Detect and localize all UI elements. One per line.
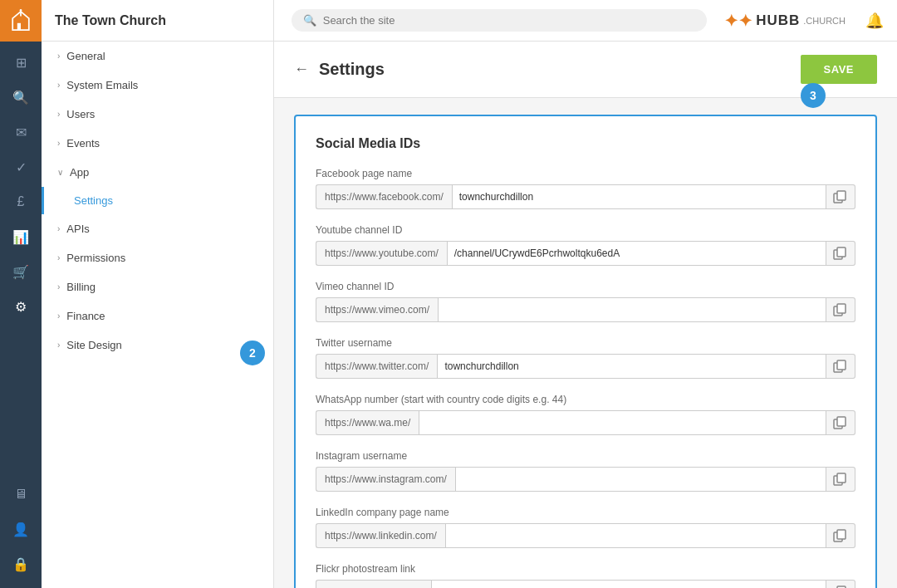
field-input-row-facebook: https://www.facebook.com/ [316, 184, 855, 209]
sidebar-item-app[interactable]: ∨ App [42, 158, 273, 187]
sidebar-subitem-settings[interactable]: Settings [42, 187, 273, 214]
field-group-whatsapp: WhatsApp number (start with country code… [316, 394, 855, 435]
field-label-flickr: Flickr photostream link [316, 563, 855, 575]
sidebar-item-finance[interactable]: › Finance [42, 301, 273, 331]
sidebar-item-site-design[interactable]: › Site Design [42, 331, 273, 360]
field-prefix-flickr: https://www.flickr.com/ [316, 580, 431, 588]
hubb-logo: ✦✦ HUBB.CHURCH [724, 11, 846, 31]
nav-monitor-icon[interactable]: 🖥 [0, 477, 42, 512]
field-input-row-whatsapp: https://www.wa.me/ [316, 410, 855, 435]
hubb-label: HUBB [756, 12, 800, 29]
sidebar-item-events[interactable]: › Events [42, 129, 273, 158]
sidebar-item-billing[interactable]: › Billing [42, 272, 273, 301]
field-prefix-facebook: https://www.facebook.com/ [316, 184, 452, 209]
chevron-icon: › [57, 51, 60, 61]
nav-chart-icon[interactable]: 📊 [0, 219, 42, 254]
svg-point-0 [20, 9, 22, 12]
nav-dashboard-icon[interactable]: ⊞ [0, 45, 42, 80]
sidebar-label-system-emails: System Emails [66, 79, 138, 91]
field-input-flickr[interactable] [431, 580, 826, 588]
chevron-icon: ∨ [57, 168, 63, 177]
church-label: .CHURCH [803, 16, 846, 26]
copy-button-linkedin[interactable] [826, 523, 855, 548]
copy-button-whatsapp[interactable] [826, 410, 855, 435]
sidebar-label-permissions: Permissions [66, 252, 125, 264]
chevron-icon: › [57, 282, 60, 292]
nav-settings-icon[interactable]: ⚙ [0, 289, 42, 324]
field-input-vimeo[interactable] [438, 297, 826, 322]
svg-rect-8 [837, 360, 846, 370]
field-group-vimeo: Vimeo channel IDhttps://www.vimeo.com/ [316, 281, 855, 322]
field-label-youtube: Youtube channel ID [316, 224, 855, 236]
page-area: ← Settings SAVE Social Media IDs Faceboo… [274, 42, 897, 588]
sidebar-item-apis[interactable]: › APIs [42, 214, 273, 243]
field-group-linkedin: LinkedIn company page namehttps://www.li… [316, 507, 855, 548]
search-icon: 🔍 [303, 14, 316, 27]
nav-search-icon[interactable]: 🔍 [0, 80, 42, 115]
page-header-left: ← Settings [294, 60, 385, 79]
chevron-icon: › [57, 139, 60, 148]
field-label-facebook: Facebook page name [316, 168, 855, 179]
sidebar-header: The Town Church [42, 0, 273, 42]
nav-mail-icon[interactable]: ✉ [0, 115, 42, 149]
copy-button-instagram[interactable] [826, 467, 855, 492]
sidebar-item-permissions[interactable]: › Permissions [42, 243, 273, 272]
field-label-linkedin: LinkedIn company page name [316, 507, 855, 518]
sidebar-item-general[interactable]: › General [42, 42, 273, 71]
save-button[interactable]: SAVE [801, 55, 877, 84]
field-input-linkedin[interactable] [445, 523, 826, 548]
field-input-instagram[interactable] [455, 467, 826, 492]
nav-pound-icon[interactable]: £ [0, 184, 42, 219]
field-input-whatsapp[interactable] [419, 410, 826, 435]
sidebar-label-events: Events [66, 137, 100, 149]
field-input-row-instagram: https://www.instagram.com/ [316, 467, 855, 492]
field-group-twitter: Twitter usernamehttps://www.twitter.com/ [316, 337, 855, 379]
nav-cart-icon[interactable]: 🛒 [0, 254, 42, 289]
field-group-flickr: Flickr photostream linkhttps://www.flick… [316, 563, 855, 588]
field-label-vimeo: Vimeo channel ID [316, 281, 855, 292]
svg-rect-12 [837, 473, 846, 483]
logo-area[interactable] [0, 0, 42, 42]
field-input-facebook[interactable] [452, 184, 826, 209]
field-input-twitter[interactable] [437, 354, 826, 379]
sidebar-label-apis: APIs [66, 223, 89, 235]
chevron-icon: › [57, 224, 60, 233]
notification-bell-icon[interactable]: 🔔 [865, 12, 884, 30]
field-group-youtube: Youtube channel IDhttps://www.youtube.co… [316, 224, 855, 266]
field-input-youtube[interactable] [447, 241, 826, 266]
field-input-row-vimeo: https://www.vimeo.com/ [316, 297, 855, 322]
field-group-facebook: Facebook page namehttps://www.facebook.c… [316, 168, 855, 209]
copy-button-vimeo[interactable] [826, 297, 855, 322]
field-label-instagram: Instagram username [316, 450, 855, 462]
chevron-icon: › [57, 341, 60, 350]
icon-sidebar: ⊞ 🔍 ✉ ✓ £ 📊 🛒 ⚙ 🖥 👤 🔒 [0, 0, 42, 588]
sidebar-item-system-emails[interactable]: › System Emails [42, 71, 273, 100]
back-button[interactable]: ← [294, 61, 309, 78]
svg-rect-2 [837, 191, 846, 200]
search-input[interactable] [323, 14, 695, 27]
svg-rect-6 [837, 304, 846, 313]
chevron-icon: › [57, 311, 60, 321]
search-bar: 🔍 [292, 9, 707, 32]
sidebar-label-finance: Finance [66, 310, 105, 322]
field-prefix-vimeo: https://www.vimeo.com/ [316, 297, 438, 322]
nav-check-icon[interactable]: ✓ [0, 149, 42, 184]
field-prefix-linkedin: https://www.linkedin.com/ [316, 523, 445, 548]
copy-button-twitter[interactable] [826, 354, 855, 379]
nav-lock-icon[interactable]: 🔒 [0, 546, 42, 581]
field-prefix-whatsapp: https://www.wa.me/ [316, 410, 419, 435]
nav-person-icon[interactable]: 👤 [0, 512, 42, 546]
page-title: Settings [319, 60, 385, 79]
text-sidebar: The Town Church › General › System Email… [42, 0, 274, 588]
copy-button-flickr[interactable] [826, 580, 855, 588]
site-title: The Town Church [55, 13, 166, 28]
field-prefix-twitter: https://www.twitter.com/ [316, 354, 437, 379]
social-media-ids-card: Social Media IDs Facebook page namehttps… [294, 115, 877, 588]
sidebar-label-general: General [66, 50, 105, 62]
copy-button-youtube[interactable] [826, 241, 855, 266]
field-group-instagram: Instagram usernamehttps://www.instagram.… [316, 450, 855, 492]
sidebar-item-users[interactable]: › Users [42, 100, 273, 129]
copy-button-facebook[interactable] [826, 184, 855, 209]
hubb-brand-icon: ✦✦ [724, 11, 752, 31]
field-input-row-twitter: https://www.twitter.com/ [316, 354, 855, 379]
